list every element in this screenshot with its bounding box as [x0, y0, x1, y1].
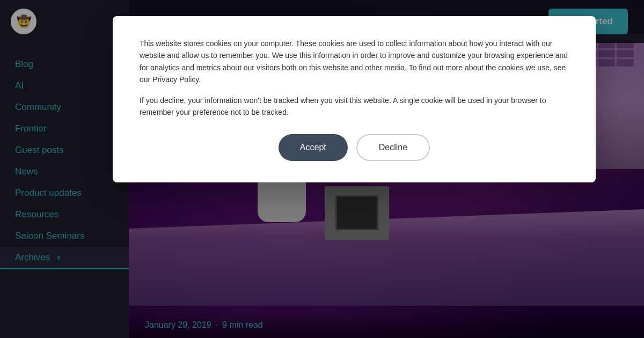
cookie-modal: This website stores cookies on your comp… — [113, 16, 596, 182]
decline-button[interactable]: Decline — [356, 134, 430, 161]
accept-button[interactable]: Accept — [279, 134, 348, 161]
cookie-actions: Accept Decline — [140, 134, 569, 161]
cookie-text-2: If you decline, your information won't b… — [140, 94, 569, 119]
modal-overlay: This website stores cookies on your comp… — [0, 0, 644, 338]
cookie-text-1: This website stores cookies on your comp… — [140, 38, 569, 86]
